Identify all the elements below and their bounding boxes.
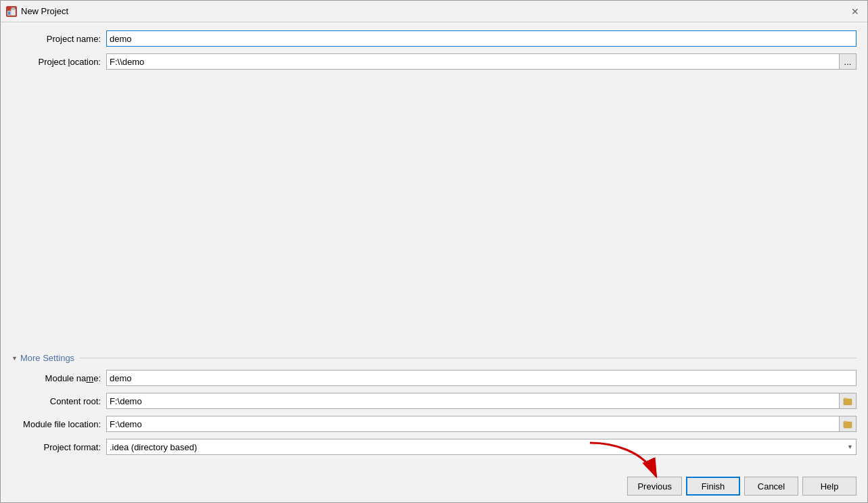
- app-icon: [6, 6, 17, 17]
- module-file-location-row: Module file location:: [12, 416, 856, 432]
- new-project-dialog: New Project ✕ Project name: Project loca…: [0, 0, 868, 503]
- previous-button[interactable]: Previous: [627, 477, 682, 496]
- content-root-row: Content root:: [12, 393, 856, 409]
- module-name-row: Module name:: [12, 370, 856, 386]
- project-format-row: Project format: .idea (directory based) …: [12, 439, 856, 455]
- project-location-label: Project location:: [12, 57, 106, 67]
- content-root-input[interactable]: [106, 393, 839, 409]
- dialog-title: New Project: [21, 6, 68, 16]
- folder-icon: [843, 396, 852, 406]
- svg-rect-5: [844, 422, 852, 428]
- project-format-label: Project format:: [12, 442, 106, 452]
- svg-rect-4: [844, 399, 852, 405]
- project-location-field-group: ...: [106, 53, 856, 70]
- project-name-input[interactable]: [106, 30, 856, 47]
- content-root-label: Content root:: [12, 396, 106, 406]
- title-bar: New Project ✕: [1, 1, 867, 22]
- module-name-label: Module name:: [12, 373, 106, 383]
- module-file-location-field-group: [106, 416, 856, 432]
- dropdown-arrow-icon: ▼: [847, 444, 853, 450]
- module-file-location-label: Module file location:: [12, 419, 106, 429]
- browse-dots: ...: [844, 57, 852, 67]
- finish-button[interactable]: Finish: [686, 477, 740, 496]
- browse-content-root-button[interactable]: [839, 393, 856, 409]
- close-button[interactable]: ✕: [848, 5, 862, 18]
- module-name-input[interactable]: [106, 370, 856, 386]
- dialog-footer: Previous Finish Cancel Help: [1, 470, 867, 502]
- project-location-input[interactable]: [106, 53, 839, 70]
- project-name-label: Project name:: [12, 34, 106, 44]
- more-settings-section: ▼ More Settings Module name: Content roo…: [12, 353, 856, 462]
- content-spacer: [12, 76, 856, 353]
- help-button[interactable]: Help: [802, 477, 856, 496]
- svg-rect-1: [11, 9, 16, 16]
- browse-module-file-button[interactable]: [839, 416, 856, 432]
- content-root-field-group: [106, 393, 856, 409]
- svg-rect-2: [12, 7, 15, 9]
- more-settings-label[interactable]: More Settings: [20, 353, 74, 363]
- browse-location-button[interactable]: ...: [839, 53, 856, 70]
- project-location-row: Project location: ...: [12, 53, 856, 70]
- svg-rect-3: [8, 11, 10, 15]
- cancel-button[interactable]: Cancel: [744, 477, 798, 496]
- project-format-dropdown[interactable]: .idea (directory based) ▼: [106, 439, 856, 455]
- dialog-content: Project name: Project location: ... ▼ M: [1, 22, 867, 470]
- collapse-arrow[interactable]: ▼: [12, 355, 18, 362]
- folder-icon-2: [843, 419, 852, 429]
- title-bar-left: New Project: [6, 6, 68, 17]
- project-name-row: Project name:: [12, 30, 856, 47]
- module-file-location-input[interactable]: [106, 416, 839, 432]
- section-divider: [80, 358, 856, 358]
- project-format-value: .idea (directory based): [110, 442, 197, 452]
